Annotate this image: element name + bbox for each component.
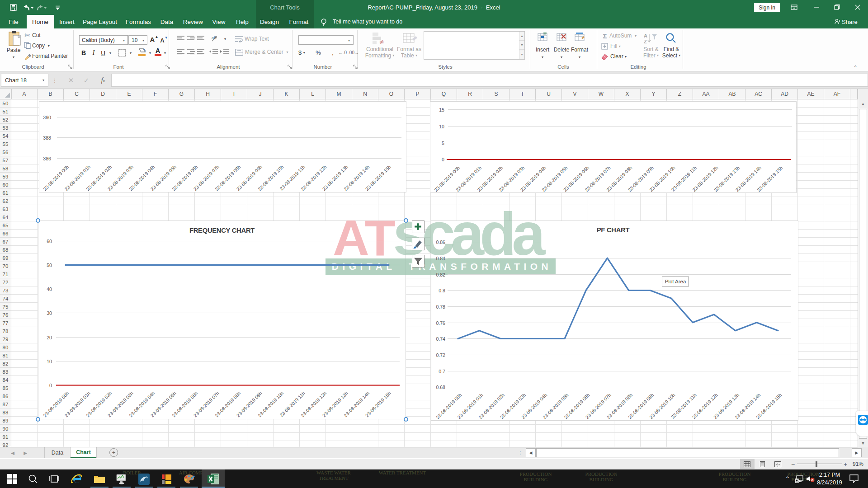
svg-text:0.86: 0.86 (436, 239, 445, 245)
svg-text:0.72: 0.72 (436, 352, 445, 358)
svg-text:FREQUENCY CHART: FREQUENCY CHART (189, 227, 255, 234)
svg-text:20: 20 (47, 335, 52, 340)
svg-text:10: 10 (439, 124, 444, 129)
svg-text:0.84: 0.84 (436, 256, 445, 261)
svg-text:60: 60 (47, 239, 52, 244)
svg-text:0: 0 (49, 383, 52, 388)
svg-text:5: 5 (442, 141, 444, 146)
svg-text:Z: Z (644, 39, 647, 44)
svg-text:0: 0 (442, 157, 444, 162)
svg-text:A: A (644, 33, 647, 38)
svg-text:0.7: 0.7 (439, 369, 445, 374)
svg-text:10: 10 (47, 359, 52, 364)
svg-text:386: 386 (43, 156, 51, 161)
svg-text:40: 40 (47, 286, 52, 292)
svg-text:0.74: 0.74 (436, 336, 445, 342)
svg-text:50: 50 (47, 263, 52, 268)
svg-text:0.76: 0.76 (436, 320, 445, 326)
svg-text:0.68: 0.68 (436, 385, 445, 390)
svg-text:0.82: 0.82 (436, 272, 445, 277)
svg-text:390: 390 (43, 115, 51, 120)
svg-text:ab: ab (212, 36, 216, 40)
svg-text:30: 30 (47, 310, 52, 316)
svg-text:388: 388 (43, 135, 51, 141)
svg-text:PF CHART: PF CHART (597, 226, 630, 234)
svg-text:≠: ≠ (380, 38, 384, 46)
svg-text:0.8: 0.8 (439, 288, 445, 293)
svg-text:0.78: 0.78 (436, 304, 445, 310)
svg-text:15: 15 (439, 107, 444, 113)
